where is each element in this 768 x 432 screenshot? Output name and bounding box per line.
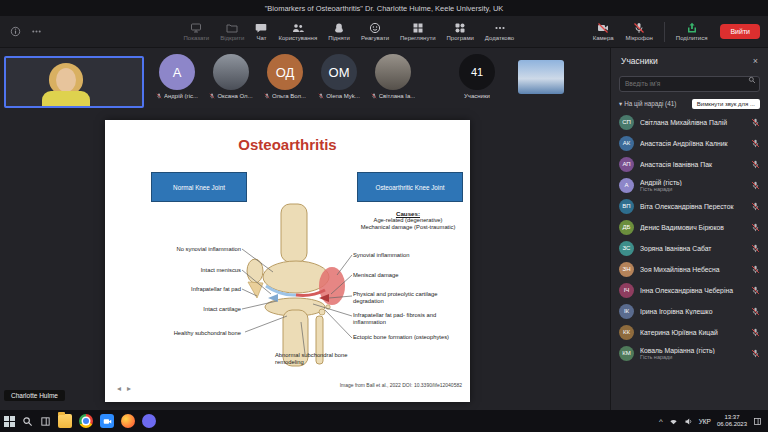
prev-page-icon[interactable]: ◂ bbox=[117, 384, 121, 393]
close-icon[interactable]: × bbox=[753, 57, 758, 66]
participant-subtitle: Гість наради bbox=[640, 354, 745, 360]
diagram-label: Healthy subchondral bone bbox=[135, 330, 241, 337]
action-center-icon[interactable] bbox=[753, 417, 762, 426]
osteoarthritic-knee-button: Osteoarthritic Knee Joint bbox=[357, 172, 463, 202]
window-title-bar: "Biomarkers of Osteoarthritis" Dr. Charl… bbox=[0, 0, 768, 16]
participant-row[interactable]: КМ Коваль Маріанна (гість) Гість наради bbox=[611, 343, 768, 364]
in-meeting-label[interactable]: ▾ На цій нараді (41) bbox=[619, 100, 676, 107]
participant-row[interactable]: АК Анастасія Андріївна Калник bbox=[611, 133, 768, 154]
toolbar-item-raise-hand[interactable]: Підняти bbox=[323, 20, 355, 43]
participant-video-thumbnail[interactable] bbox=[518, 60, 564, 94]
meeting-toolbar: Показати Відкрити Чат Користування Підня… bbox=[0, 16, 768, 48]
participant-row[interactable]: А Андрій (гість) Гість наради bbox=[611, 175, 768, 196]
mic-muted-icon[interactable] bbox=[751, 307, 760, 316]
participant-row[interactable]: ВП Віта Олександрівна Пересток bbox=[611, 196, 768, 217]
participant-name: Андрій (гість) bbox=[640, 179, 745, 186]
participant-search-input[interactable] bbox=[619, 76, 760, 92]
participants-panel-header: Учасники × bbox=[611, 48, 768, 72]
avatar bbox=[375, 54, 411, 90]
volume-icon[interactable] bbox=[684, 417, 693, 426]
diagram-label: Synovial inflammation bbox=[353, 252, 461, 259]
meeting-window: "Biomarkers of Osteoarthritis" Dr. Charl… bbox=[0, 0, 768, 432]
mic-muted-icon[interactable] bbox=[751, 328, 760, 337]
mic-muted-icon[interactable] bbox=[751, 139, 760, 148]
participant-count-tile[interactable]: 41 Учасники bbox=[450, 54, 504, 99]
file-explorer-icon[interactable] bbox=[58, 414, 72, 428]
participants-panel-title: Учасники bbox=[621, 56, 658, 66]
taskbar-search-icon[interactable] bbox=[22, 416, 33, 427]
strip-participant[interactable]: Світлана Іа... bbox=[366, 54, 420, 99]
apps-icon bbox=[454, 22, 466, 34]
mic-muted-icon[interactable] bbox=[751, 244, 760, 253]
system-tray: ^ УКР 13:37 06.06.2023 bbox=[659, 414, 764, 429]
app-icon[interactable] bbox=[142, 414, 156, 428]
share-screen-button[interactable]: Поділитися bbox=[671, 20, 713, 43]
share-screen-icon bbox=[686, 22, 698, 34]
mute-all-button[interactable]: Вимкнути звук для ... bbox=[692, 99, 760, 109]
causes-block: Causes: Age-related (degenerative) Mecha… bbox=[352, 210, 464, 231]
toolbar-item-apps[interactable]: Програми bbox=[442, 20, 479, 43]
participant-row[interactable]: ІЧ Інна Олександрівна Чеберіна bbox=[611, 280, 768, 301]
next-page-icon[interactable]: ▸ bbox=[127, 384, 131, 393]
strip-participant[interactable]: А Андрій (гіс... bbox=[150, 54, 204, 99]
slide-citation: Image from Ball et al., 2022 DOI: 10.339… bbox=[340, 382, 462, 388]
mic-off-icon bbox=[633, 22, 645, 34]
camera-toggle[interactable]: Камера bbox=[588, 20, 619, 43]
mic-muted-icon[interactable] bbox=[751, 181, 760, 190]
mic-muted-icon[interactable] bbox=[751, 118, 760, 127]
mic-muted-icon[interactable] bbox=[751, 223, 760, 232]
chrome-icon[interactable] bbox=[79, 414, 93, 428]
main-stage: А Андрій (гіс... Оксана Ол... bbox=[0, 48, 610, 410]
firefox-icon[interactable] bbox=[121, 414, 135, 428]
strip-participant[interactable]: ОД Ольга Вол... bbox=[258, 54, 312, 99]
wifi-icon[interactable] bbox=[669, 417, 678, 426]
toolbar-item-open[interactable]: Відкрити bbox=[215, 20, 249, 43]
presenter-name-tag: Charlotte Hulme bbox=[4, 390, 65, 401]
toolbar-item-show[interactable]: Показати bbox=[178, 20, 214, 43]
tray-chevron-icon[interactable]: ^ bbox=[659, 417, 663, 426]
participant-avatar-row: А Андрій (гіс... Оксана Ол... bbox=[150, 54, 420, 99]
participant-row[interactable]: ЗН Зоя Михайлівна Небесна bbox=[611, 259, 768, 280]
start-button[interactable] bbox=[4, 416, 15, 427]
windows-taskbar: ^ УКР 13:37 06.06.2023 bbox=[0, 410, 768, 432]
meeting-info-icon[interactable] bbox=[10, 26, 21, 37]
toolbar-item-chat[interactable]: Чат bbox=[250, 20, 272, 43]
active-speaker-video[interactable] bbox=[4, 56, 144, 108]
toolbar-item-participants[interactable]: Користування bbox=[273, 20, 322, 43]
more-options-icon[interactable] bbox=[31, 26, 42, 37]
meeting-title: "Biomarkers of Osteoarthritis" Dr. Charl… bbox=[265, 4, 504, 13]
diagram-label: Infrapatellar fat pad- fibrosis and infl… bbox=[353, 312, 461, 325]
monitor-icon bbox=[190, 22, 202, 34]
participant-name: Катерина Юріївна Кицай bbox=[640, 329, 745, 336]
mic-muted-icon[interactable] bbox=[751, 349, 760, 358]
shared-slide: Osteoarthritis Normal Knee Joint Osteoar… bbox=[105, 120, 470, 402]
strip-participant[interactable]: Оксана Ол... bbox=[204, 54, 258, 99]
participant-row[interactable]: ЗС Зоряна Іванівна Сабат bbox=[611, 238, 768, 259]
avatar: ЗН bbox=[619, 262, 634, 277]
mic-muted-icon[interactable] bbox=[751, 202, 760, 211]
mic-muted-icon[interactable] bbox=[751, 286, 760, 295]
language-indicator[interactable]: УКР bbox=[699, 418, 711, 425]
strip-participant[interactable]: ОМ Olena Myk... bbox=[312, 54, 366, 99]
causes-line: Age-related (degenerative) bbox=[352, 217, 464, 224]
participant-name: Анастасія Іванівна Пак bbox=[640, 161, 745, 168]
participant-row[interactable]: АП Анастасія Іванівна Пак bbox=[611, 154, 768, 175]
toolbar-item-more[interactable]: Додатково bbox=[480, 20, 519, 43]
causes-title: Causes: bbox=[352, 210, 464, 217]
participant-row[interactable]: СП Світлана Михайлівна Палій bbox=[611, 112, 768, 133]
participant-row[interactable]: КК Катерина Юріївна Кицай bbox=[611, 322, 768, 343]
participant-name: Денис Вадимович Бірюков bbox=[640, 224, 745, 231]
mic-muted-icon[interactable] bbox=[751, 265, 760, 274]
zoom-app-icon[interactable] bbox=[100, 414, 114, 428]
taskbar-clock[interactable]: 13:37 06.06.2023 bbox=[717, 414, 747, 429]
mic-muted-icon[interactable] bbox=[751, 160, 760, 169]
toolbar-item-view[interactable]: Переглянути bbox=[395, 20, 441, 43]
microphone-toggle[interactable]: Мікрофон bbox=[621, 20, 658, 43]
leave-meeting-button[interactable]: Вийти bbox=[720, 24, 760, 39]
avatar: КМ bbox=[619, 346, 634, 361]
toolbar-item-react[interactable]: Реагувати bbox=[356, 20, 394, 43]
task-view-icon[interactable] bbox=[40, 416, 51, 427]
participant-name: Зоя Михайлівна Небесна bbox=[640, 266, 745, 273]
participant-row[interactable]: ІК Ірина Ігорівна Кулешко bbox=[611, 301, 768, 322]
participant-row[interactable]: ДБ Денис Вадимович Бірюков bbox=[611, 217, 768, 238]
